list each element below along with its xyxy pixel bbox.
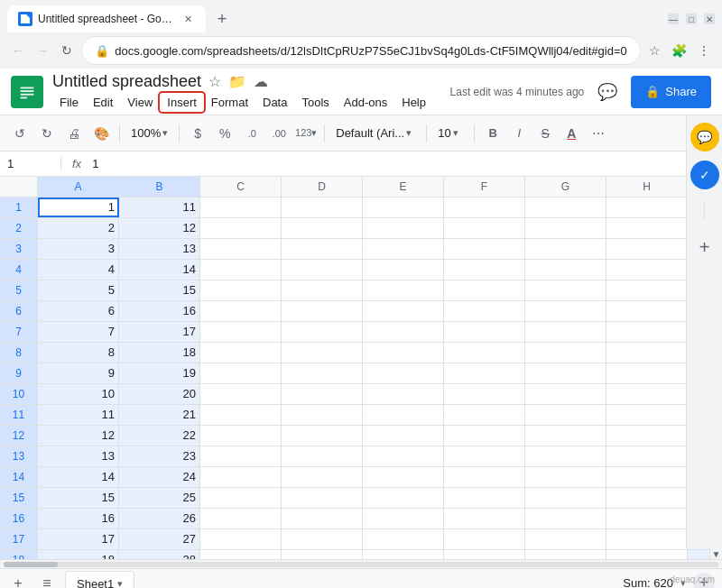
col-header-a[interactable]: A [38, 177, 119, 197]
cell-d7[interactable] [282, 322, 363, 342]
row-number[interactable]: 7 [0, 322, 38, 342]
cell-b4[interactable]: 14 [119, 260, 200, 280]
decimal-increase-button[interactable]: .00 [266, 121, 292, 146]
cell-f11[interactable] [444, 405, 525, 425]
cell-b11[interactable]: 21 [119, 405, 200, 425]
cell-g7[interactable] [525, 322, 606, 342]
row-number[interactable]: 17 [0, 529, 38, 549]
cell-d17[interactable] [282, 529, 363, 549]
cell-h2[interactable] [606, 218, 688, 238]
add-sheet-button[interactable]: + [7, 573, 29, 589]
close-window-button[interactable]: ✕ [704, 14, 715, 24]
menu-tools[interactable]: Tools [294, 93, 336, 112]
cell-b13[interactable]: 23 [119, 446, 200, 466]
cell-c1[interactable] [200, 198, 282, 217]
cell-e15[interactable] [363, 488, 444, 508]
cell-h13[interactable] [606, 446, 688, 466]
cell-e2[interactable] [363, 218, 444, 238]
cell-d1[interactable] [282, 198, 363, 217]
row-number[interactable]: 15 [0, 488, 38, 508]
cell-b17[interactable]: 27 [119, 529, 200, 549]
percent-button[interactable]: % [212, 121, 237, 146]
cell-a14[interactable]: 14 [38, 467, 119, 487]
menu-format[interactable]: Format [204, 93, 255, 112]
cell-g16[interactable] [525, 509, 606, 528]
cell-h3[interactable] [606, 239, 688, 259]
cell-g14[interactable] [525, 467, 606, 487]
h-scroll-thumb[interactable] [4, 562, 58, 567]
cell-h7[interactable] [606, 322, 688, 342]
row-number[interactable]: 2 [0, 218, 38, 238]
zoom-selector[interactable]: 100% ▾ [125, 124, 173, 142]
cell-h18[interactable] [606, 550, 688, 559]
forward-button[interactable]: → [32, 38, 52, 63]
cell-e17[interactable] [363, 529, 444, 549]
cell-h17[interactable] [606, 529, 688, 549]
cell-b8[interactable]: 18 [119, 343, 200, 363]
cell-d10[interactable] [282, 384, 363, 404]
cell-f15[interactable] [444, 488, 525, 508]
cell-c17[interactable] [200, 529, 282, 549]
col-header-c[interactable]: C [200, 177, 282, 197]
format-number-button[interactable]: 123▾ [293, 121, 319, 146]
cell-d12[interactable] [282, 426, 363, 446]
cell-h1[interactable] [606, 198, 688, 217]
cell-a9[interactable]: 9 [38, 363, 119, 383]
cell-h4[interactable] [606, 260, 688, 280]
cell-h12[interactable] [606, 426, 688, 446]
cell-b6[interactable]: 16 [119, 301, 200, 321]
cell-e6[interactable] [363, 301, 444, 321]
side-icon-chat[interactable]: 💬 [690, 123, 719, 152]
row-number[interactable]: 1 [0, 198, 38, 217]
formula-input[interactable]: 1 [92, 157, 715, 170]
cell-f5[interactable] [444, 280, 525, 300]
cell-h6[interactable] [606, 301, 688, 321]
cell-g12[interactable] [525, 426, 606, 446]
bold-button[interactable]: B [480, 121, 505, 146]
cell-e14[interactable] [363, 467, 444, 487]
cell-f9[interactable] [444, 363, 525, 383]
undo-button[interactable]: ↺ [7, 121, 32, 146]
cell-d4[interactable] [282, 260, 363, 280]
sheet-list-button[interactable]: ≡ [36, 573, 58, 589]
cell-f12[interactable] [444, 426, 525, 446]
cell-f4[interactable] [444, 260, 525, 280]
menu-data[interactable]: Data [255, 93, 294, 112]
col-header-d[interactable]: D [282, 177, 363, 197]
cell-c6[interactable] [200, 301, 282, 321]
menu-addons[interactable]: Add-ons [337, 93, 394, 112]
cell-c11[interactable] [200, 405, 282, 425]
menu-insert[interactable]: Insert [160, 93, 204, 112]
cell-f16[interactable] [444, 509, 525, 528]
row-number[interactable]: 8 [0, 343, 38, 363]
row-number[interactable]: 4 [0, 260, 38, 280]
folder-icon[interactable]: 📁 [228, 73, 246, 90]
cell-c16[interactable] [200, 509, 282, 528]
cell-d9[interactable] [282, 363, 363, 383]
cell-a4[interactable]: 4 [38, 260, 119, 280]
cell-a12[interactable]: 12 [38, 426, 119, 446]
scroll-down-arrow[interactable]: ▼ [711, 548, 722, 559]
col-header-h[interactable]: H [606, 177, 688, 197]
cell-c14[interactable] [200, 467, 282, 487]
cell-c8[interactable] [200, 343, 282, 363]
cell-e13[interactable] [363, 446, 444, 466]
cell-e7[interactable] [363, 322, 444, 342]
cell-g10[interactable] [525, 384, 606, 404]
cell-c12[interactable] [200, 426, 282, 446]
cell-d14[interactable] [282, 467, 363, 487]
cell-f10[interactable] [444, 384, 525, 404]
bookmark-button[interactable]: ☆ [644, 38, 665, 63]
cell-d15[interactable] [282, 488, 363, 508]
cell-d11[interactable] [282, 405, 363, 425]
new-tab-button[interactable]: + [209, 6, 235, 32]
sheet-tab[interactable]: Sheet1 ▾ [65, 571, 134, 589]
cell-e11[interactable] [363, 405, 444, 425]
cell-b5[interactable]: 15 [119, 280, 200, 300]
cell-d8[interactable] [282, 343, 363, 363]
maximize-button[interactable]: □ [686, 14, 697, 24]
cell-f8[interactable] [444, 343, 525, 363]
row-number[interactable]: 9 [0, 363, 38, 383]
cell-c15[interactable] [200, 488, 282, 508]
cell-a10[interactable]: 10 [38, 384, 119, 404]
